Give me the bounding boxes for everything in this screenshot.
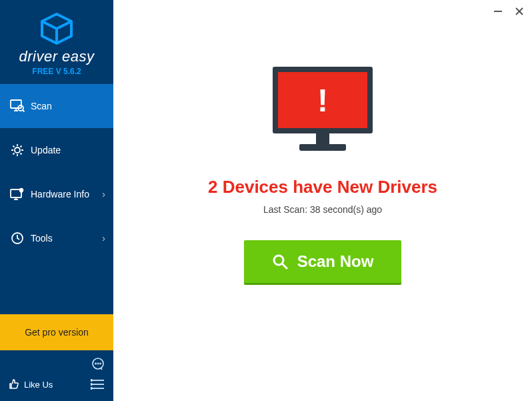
get-pro-label: Get pro version [25,327,89,338]
svg-point-16 [97,363,98,364]
svg-point-27 [274,256,283,265]
thumbs-up-icon [8,378,20,390]
main-content: ! 2 Devices have New Drivers Last Scan: … [113,0,532,283]
feedback-icon[interactable] [91,357,105,372]
brand-name: driver easy [7,48,107,65]
brand-version: FREE V 5.6.2 [7,67,107,76]
sidebar-item-update[interactable]: Update [0,128,113,172]
sidebar-item-tools[interactable]: Tools › [0,216,113,260]
hardware-info-icon: i [8,187,27,201]
sidebar-nav: Scan Update i Hardware Info › Tools [0,84,113,314]
svg-line-6 [23,110,25,112]
svg-point-22 [91,384,92,385]
last-scan-text: Last Scan: 38 second(s) ago [263,204,382,215]
tools-icon [8,231,27,246]
like-us-button[interactable]: Like Us [8,378,53,390]
alert-monitor-graphic: ! [273,67,373,157]
exclamation-icon: ! [317,82,328,119]
window-controls [493,7,524,16]
cube-logo-icon [38,12,75,45]
sidebar-item-hardware-info[interactable]: i Hardware Info › [0,172,113,216]
svg-point-7 [15,147,20,153]
sidebar: driver easy FREE V 5.6.2 Scan Update i [0,0,113,401]
gear-icon [8,143,27,157]
minimize-button[interactable] [493,7,503,16]
scan-result-headline: 2 Devices have New Drivers [208,177,437,197]
svg-rect-2 [11,100,21,108]
like-us-label: Like Us [24,380,53,390]
scan-now-label: Scan Now [297,252,374,271]
chevron-right-icon: › [102,189,105,199]
svg-point-21 [91,380,92,381]
main-panel: ! 2 Devices have New Drivers Last Scan: … [113,0,532,401]
svg-point-17 [100,363,101,364]
get-pro-button[interactable]: Get pro version [0,314,113,350]
sidebar-item-label: Hardware Info [31,189,89,199]
svg-line-28 [283,264,287,268]
app-window: driver easy FREE V 5.6.2 Scan Update i [0,0,532,401]
sidebar-item-scan[interactable]: Scan [0,84,113,128]
svg-point-15 [95,363,96,364]
logo-area: driver easy FREE V 5.6.2 [0,0,113,84]
sidebar-bottom: Like Us [0,350,113,401]
menu-icon[interactable] [91,378,105,390]
close-button[interactable] [515,7,524,16]
chevron-right-icon: › [102,233,105,244]
sidebar-item-label: Scan [31,101,52,111]
scan-now-button[interactable]: Scan Now [244,240,402,283]
svg-point-23 [91,388,92,389]
sidebar-item-label: Update [31,145,61,155]
search-icon [272,254,288,270]
sidebar-item-label: Tools [31,233,53,244]
monitor-search-icon [8,99,27,113]
